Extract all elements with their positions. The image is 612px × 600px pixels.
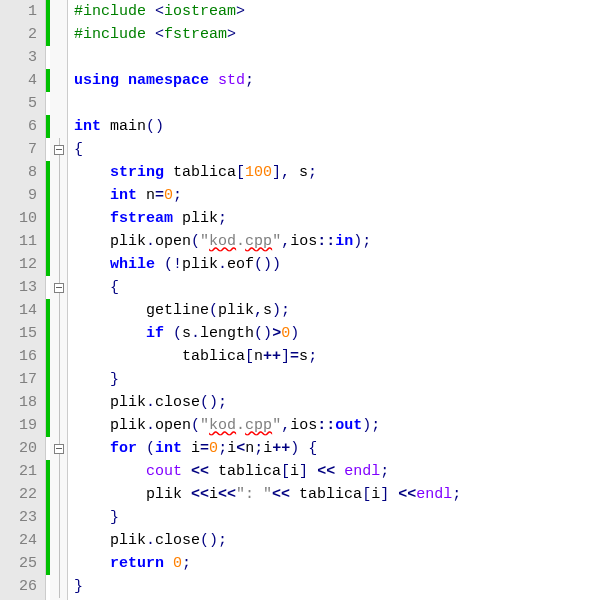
- code-editor-area[interactable]: #include <iostream>#include <fstream>usi…: [68, 0, 612, 600]
- code-token: 100: [245, 164, 272, 181]
- code-token: close: [155, 532, 200, 549]
- code-token: iostream: [164, 3, 236, 20]
- code-line[interactable]: }: [74, 368, 612, 391]
- code-token: >: [227, 26, 236, 43]
- line-number: 8: [0, 161, 37, 184]
- code-token: cout: [146, 463, 182, 480]
- code-token: string: [110, 164, 164, 181]
- fold-toggle-icon[interactable]: [54, 444, 64, 454]
- code-line[interactable]: plik <<i<<": "<< tablica[i] <<endl;: [74, 483, 612, 506]
- code-line[interactable]: return 0;: [74, 552, 612, 575]
- line-number: 14: [0, 299, 37, 322]
- code-token: in: [335, 233, 353, 250]
- code-token: plik: [74, 532, 146, 549]
- code-line[interactable]: fstream plik;: [74, 207, 612, 230]
- line-number: 19: [0, 414, 37, 437]
- code-token: [74, 187, 110, 204]
- code-token: <: [236, 440, 245, 457]
- line-number: 23: [0, 506, 37, 529]
- fold-toggle-icon[interactable]: [54, 283, 64, 293]
- code-token: ;: [218, 440, 227, 457]
- code-token: eof: [227, 256, 254, 273]
- code-token: ();: [200, 532, 227, 549]
- code-line[interactable]: int main(): [74, 115, 612, 138]
- fold-cell: [50, 368, 67, 391]
- code-token: s: [290, 164, 308, 181]
- code-token: for: [110, 440, 137, 457]
- code-line[interactable]: plik.open("kod.cpp",ios::in);: [74, 230, 612, 253]
- code-token: ": [272, 417, 281, 434]
- code-token: (: [191, 233, 200, 250]
- code-token: i: [209, 486, 218, 503]
- code-line[interactable]: for (int i=0;i<n;i++) {: [74, 437, 612, 460]
- code-token: (: [209, 302, 218, 319]
- code-token: tablica: [209, 463, 281, 480]
- code-token: ;: [254, 440, 263, 457]
- code-token: }: [110, 509, 119, 526]
- fold-cell: [50, 460, 67, 483]
- code-line[interactable]: string tablica[100], s;: [74, 161, 612, 184]
- code-line[interactable]: {: [74, 276, 612, 299]
- line-number: 7: [0, 138, 37, 161]
- code-token: >: [272, 325, 281, 342]
- code-token: ::: [317, 417, 335, 434]
- code-token: 0: [173, 555, 182, 572]
- line-number: 10: [0, 207, 37, 230]
- line-number: 1: [0, 0, 37, 23]
- code-token: plik: [74, 233, 146, 250]
- code-token: ()): [254, 256, 281, 273]
- code-token: while: [110, 256, 155, 273]
- code-token: #include: [74, 26, 155, 43]
- code-line[interactable]: [74, 92, 612, 115]
- code-line[interactable]: #include <fstream>: [74, 23, 612, 46]
- code-token: <<: [398, 486, 416, 503]
- code-token: [209, 72, 218, 89]
- code-token: ;: [182, 555, 191, 572]
- code-line[interactable]: plik.close();: [74, 529, 612, 552]
- line-number: 2: [0, 23, 37, 46]
- code-token: open: [155, 233, 191, 250]
- code-token: );: [362, 417, 380, 434]
- code-line[interactable]: #include <iostream>: [74, 0, 612, 23]
- code-token: ios: [290, 417, 317, 434]
- code-token: ": ": [236, 486, 272, 503]
- code-token: tablica: [74, 348, 245, 365]
- code-token: [74, 164, 110, 181]
- line-number: 24: [0, 529, 37, 552]
- code-token: ]: [281, 348, 290, 365]
- code-token: );: [353, 233, 371, 250]
- code-token: s: [182, 325, 191, 342]
- code-token: plik: [74, 417, 146, 434]
- fold-toggle-icon[interactable]: [54, 145, 64, 155]
- code-line[interactable]: plik.open("kod.cpp",ios::out);: [74, 414, 612, 437]
- line-number: 17: [0, 368, 37, 391]
- fold-cell: [50, 253, 67, 276]
- code-token: [: [281, 463, 290, 480]
- code-line[interactable]: cout << tablica[i] << endl;: [74, 460, 612, 483]
- code-token: ++: [263, 348, 281, 365]
- code-line[interactable]: using namespace std;: [74, 69, 612, 92]
- code-token: plik: [74, 486, 191, 503]
- code-line[interactable]: while (!plik.eof()): [74, 253, 612, 276]
- code-line[interactable]: int n=0;: [74, 184, 612, 207]
- line-number: 20: [0, 437, 37, 460]
- code-line[interactable]: [74, 46, 612, 69]
- fold-cell: [50, 575, 67, 598]
- code-line[interactable]: plik.close();: [74, 391, 612, 414]
- line-number: 12: [0, 253, 37, 276]
- code-line[interactable]: {: [74, 138, 612, 161]
- code-line[interactable]: tablica[n++]=s;: [74, 345, 612, 368]
- code-token: ],: [272, 164, 290, 181]
- code-token: plik: [182, 256, 218, 273]
- code-line[interactable]: }: [74, 575, 612, 598]
- code-token: kod: [209, 417, 236, 434]
- code-line[interactable]: getline(plik,s);: [74, 299, 612, 322]
- code-token: ();: [200, 394, 227, 411]
- code-token: [308, 463, 317, 480]
- code-token: [164, 325, 173, 342]
- code-line[interactable]: if (s.length()>0): [74, 322, 612, 345]
- code-token: [164, 555, 173, 572]
- code-line[interactable]: }: [74, 506, 612, 529]
- code-token: .: [146, 532, 155, 549]
- fold-cell: [50, 138, 67, 161]
